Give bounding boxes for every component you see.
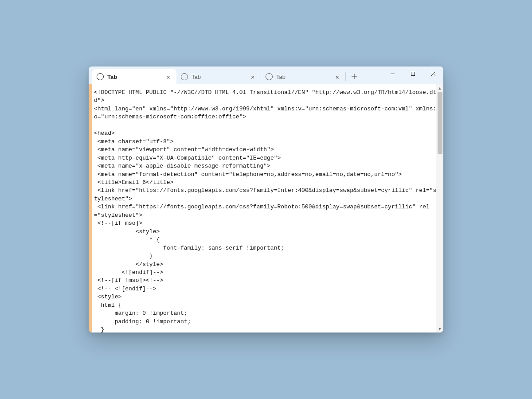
maximize-button[interactable] <box>403 66 423 81</box>
gutter-left <box>89 84 92 332</box>
scroll-up-icon[interactable]: ▲ <box>436 84 444 92</box>
svg-rect-0 <box>411 72 415 75</box>
tab-close-icon[interactable]: × <box>164 72 173 81</box>
close-button[interactable] <box>423 66 443 81</box>
new-tab-button[interactable] <box>348 70 361 83</box>
tab-label: Tab <box>276 74 333 80</box>
tab-favicon-icon <box>181 73 188 80</box>
app-window: Tab × Tab × Tab × <box>89 66 443 332</box>
vertical-scrollbar[interactable]: ▲ ▼ <box>436 84 443 332</box>
tab-favicon-icon <box>97 73 104 80</box>
tab-3[interactable]: Tab × <box>261 69 345 84</box>
window-controls <box>382 66 443 84</box>
content-area: <!DOCTYPE HTML PUBLIC "-//W3C//DTD HTML … <box>89 84 443 332</box>
tab-close-icon[interactable]: × <box>333 72 342 81</box>
tab-2[interactable]: Tab × <box>176 69 261 84</box>
tab-label: Tab <box>192 74 248 80</box>
scroll-down-icon[interactable]: ▼ <box>436 325 444 332</box>
minimize-button[interactable] <box>382 66 403 81</box>
tab-1[interactable]: Tab × <box>92 69 176 84</box>
code-view[interactable]: <!DOCTYPE HTML PUBLIC "-//W3C//DTD HTML … <box>92 84 440 332</box>
tab-divider <box>345 72 346 81</box>
scrollbar-thumb[interactable] <box>438 92 442 154</box>
scrollbar-track[interactable] <box>436 92 443 325</box>
titlebar: Tab × Tab × Tab × <box>89 66 443 84</box>
tab-label: Tab <box>107 74 164 80</box>
tab-favicon-icon <box>266 73 273 80</box>
tab-strip: Tab × Tab × Tab × <box>89 66 382 84</box>
tab-close-icon[interactable]: × <box>248 72 257 81</box>
